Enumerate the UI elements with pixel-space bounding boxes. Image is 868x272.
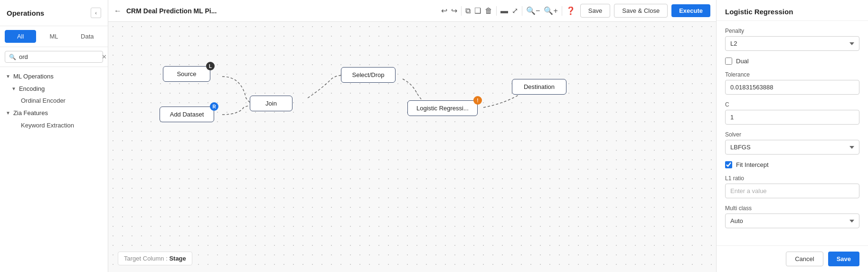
zoom-out-icon[interactable]: 🔍− [526,6,540,15]
clear-icon[interactable]: ✕ [102,53,107,60]
node-add-dataset[interactable]: R Add Dataset [160,107,214,122]
join-label: Join [265,100,277,107]
dual-checkbox[interactable] [725,58,732,65]
fit-intercept-label[interactable]: Fit Intercept [736,161,769,168]
section-arrow: ▼ [6,74,10,79]
tolerance-label: Tolerance [725,71,859,78]
back-button[interactable]: ← [114,7,122,15]
panel-title: Logistic Regression [717,0,868,21]
dual-label[interactable]: Dual [736,58,749,65]
sidebar-title: Operations [7,9,44,17]
penalty-label: Penalty [725,28,859,34]
multi-class-select[interactable]: Auto OVR Multinomial [725,214,859,228]
panel-save-button[interactable]: Save [828,252,859,266]
save-close-button[interactable]: Save & Close [614,4,668,18]
panel-footer: Cancel Save [717,245,868,272]
logistic-badge: ! [473,96,482,105]
logistic-regression-label: Logistic Regressi... [416,105,469,112]
c-label: C [725,101,859,108]
search-box: 🔍 ✕ [5,51,103,63]
field-l1-ratio: L1 ratio [725,175,859,198]
sidebar: Operations ‹ All ML Data 🔍 ✕ ▼ ML Operat… [0,0,108,272]
delete-icon[interactable]: 🗑 [485,7,492,15]
zoom-in-icon[interactable]: 🔍+ [544,6,557,15]
field-tolerance: Tolerance [725,71,859,95]
search-row: 🔍 ✕ [0,47,108,67]
divider-1 [461,6,462,16]
field-c: C [725,101,859,125]
page-title: CRM Deal Prediction ML Pi... [126,7,436,15]
help-icon[interactable]: ❓ [566,6,576,15]
undo-icon[interactable]: ↩ [441,6,447,15]
topbar-icons: ↩ ↪ ⧉ ❑ 🗑 ▬ ⤢ 🔍− 🔍+ ❓ [441,6,576,16]
penalty-select[interactable]: L2 L1 ElasticNet None [725,36,859,51]
subsection-arrow: ▼ [11,86,16,91]
paste-icon[interactable]: ❑ [474,6,481,15]
divider-4 [562,6,562,16]
monitor-icon[interactable]: ▬ [500,7,508,15]
solver-select[interactable]: LBFGS Newton-CG LibLinear SAG SAGA [725,140,859,155]
l1-ratio-input[interactable] [725,184,859,198]
field-penalty: Penalty L2 L1 ElasticNet None [725,28,859,51]
canvas: L Source R Add Dataset Join Select/Drop … [108,22,716,272]
tab-all[interactable]: All [5,30,36,43]
section-ml-operations-label: ML Operations [13,73,54,80]
add-dataset-badge: R [210,102,218,111]
multi-class-label: Multi class [725,205,859,212]
c-input[interactable] [725,110,859,125]
select-drop-label: Select/Drop [352,71,385,78]
search-icon: 🔍 [9,54,16,60]
tab-row: All ML Data [0,26,108,47]
field-dual: Dual [725,58,859,65]
right-panel: Logistic Regression Penalty L2 L1 Elasti… [716,0,868,272]
node-source[interactable]: L Source [163,66,210,82]
target-column-label: Target Column : [124,255,169,262]
tab-ml[interactable]: ML [38,30,69,43]
subsection-encoding-label: Encoding [19,85,45,92]
node-join[interactable]: Join [250,96,292,111]
topbar-right: Save Save & Close Execute [580,4,710,18]
tolerance-input[interactable] [725,80,859,95]
search-input[interactable] [19,53,99,60]
source-badge: L [206,62,215,70]
tab-data[interactable]: Data [72,30,103,43]
divider-3 [522,6,522,16]
target-column: Target Column : Stage [118,252,192,265]
canvas-connections [108,22,716,272]
list-item-ordinal-encoder[interactable]: Ordinal Encoder [0,95,108,107]
section-zia-features-label: Zia Features [13,109,48,117]
field-multi-class: Multi class Auto OVR Multinomial [725,205,859,228]
cancel-button[interactable]: Cancel [786,252,823,266]
add-dataset-label: Add Dataset [170,111,204,118]
section-zia-arrow: ▼ [6,110,10,116]
main-area: ← CRM Deal Prediction ML Pi... ↩ ↪ ⧉ ❑ 🗑… [108,0,716,272]
destination-label: Destination [524,83,555,90]
panel-body: Penalty L2 L1 ElasticNet None Dual Toler… [717,21,868,235]
save-button[interactable]: Save [580,4,611,18]
target-column-value: Stage [169,255,186,262]
list-item-keyword-extraction[interactable]: Keyword Extraction [0,119,108,131]
redo-icon[interactable]: ↪ [451,6,457,15]
execute-button[interactable]: Execute [671,4,710,17]
collapse-button[interactable]: ‹ [91,8,101,18]
source-label: Source [177,70,196,78]
section-ml-operations[interactable]: ▼ ML Operations [0,70,108,83]
node-destination[interactable]: Destination [512,79,566,95]
field-solver: Solver LBFGS Newton-CG LibLinear SAG SAG… [725,131,859,155]
sidebar-content: ▼ ML Operations ▼ Encoding Ordinal Encod… [0,67,108,272]
fit-intercept-checkbox[interactable] [725,161,732,168]
l1-ratio-label: L1 ratio [725,175,859,182]
divider-2 [496,6,497,16]
section-zia-features[interactable]: ▼ Zia Features [0,107,108,119]
node-logistic-regression[interactable]: ! Logistic Regressi... [407,100,478,116]
expand-icon[interactable]: ⤢ [512,6,518,15]
field-fit-intercept: Fit Intercept [725,161,859,168]
subsection-encoding[interactable]: ▼ Encoding [0,83,108,95]
sidebar-header: Operations ‹ [0,0,108,26]
node-select-drop[interactable]: Select/Drop [341,67,396,83]
topbar: ← CRM Deal Prediction ML Pi... ↩ ↪ ⧉ ❑ 🗑… [108,0,716,22]
solver-label: Solver [725,131,859,138]
copy-icon[interactable]: ⧉ [465,7,471,15]
